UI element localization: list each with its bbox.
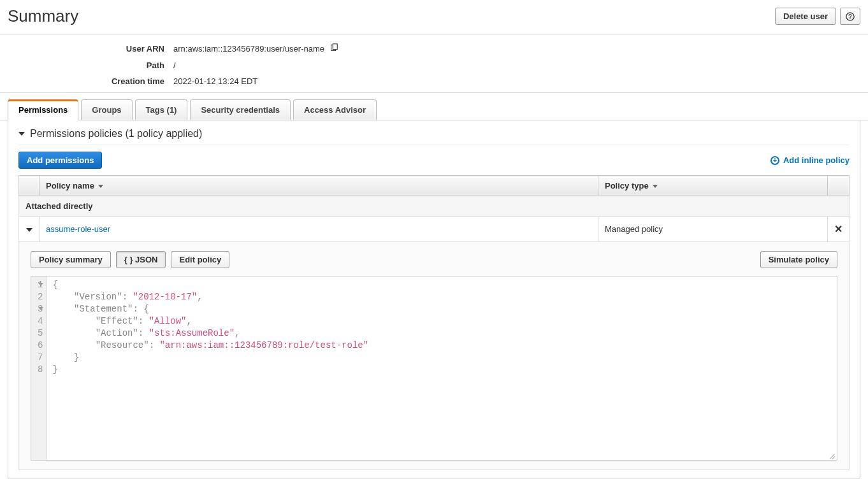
policy-view-controls: Policy summary { } JSON Edit policy Simu…	[31, 251, 837, 268]
page-title: Summary	[8, 6, 78, 26]
svg-point-1	[850, 18, 851, 19]
policy-json-editor[interactable]: 12345678 { "Version": "2012-10-17", "Sta…	[31, 276, 837, 461]
page-header: Summary Delete user	[0, 0, 868, 34]
gutter-line: 2	[38, 291, 43, 303]
policy-group-row: Attached directly	[19, 196, 850, 217]
code-line: }	[52, 352, 832, 364]
gutter-line: 7	[38, 352, 43, 364]
code-line: "Resource": "arn:aws:iam::123456789:role…	[52, 340, 832, 352]
help-icon	[846, 12, 855, 21]
detail-label: Path	[8, 61, 173, 70]
tab-tags-1[interactable]: Tags (1)	[135, 99, 188, 120]
code-line: "Statement": {	[52, 303, 832, 315]
edit-policy-button[interactable]: Edit policy	[171, 251, 229, 268]
sort-arrow-icon	[653, 185, 658, 188]
tabs: PermissionsGroupsTags (1)Security creden…	[0, 99, 868, 120]
permissions-section-header: Permissions policies (1 policy applied)	[18, 128, 850, 145]
detail-label: Creation time	[8, 76, 173, 86]
col-policy-name[interactable]: Policy name	[40, 176, 598, 196]
tab-security-credentials[interactable]: Security credentials	[190, 99, 291, 120]
detail-value: 2022-01-12 13:24 EDT	[173, 76, 257, 86]
gutter-line: 4	[38, 315, 43, 327]
simulate-policy-button[interactable]: Simulate policy	[760, 251, 837, 268]
plus-circle-icon: +	[770, 156, 779, 165]
detail-row: User ARNarn:aws:iam::123456789:user/user…	[8, 43, 860, 54]
col-remove	[828, 176, 850, 196]
fold-caret-icon[interactable]	[38, 307, 43, 310]
detail-value: /	[173, 61, 176, 70]
col-policy-type[interactable]: Policy type	[598, 176, 828, 196]
detail-value-text: arn:aws:iam::123456789:user/user-name	[173, 44, 324, 54]
resize-handle-icon[interactable]	[828, 451, 835, 459]
policy-name-link[interactable]: assume-role-user	[46, 224, 110, 234]
gutter-line: 5	[38, 327, 43, 340]
policy-type-cell: Managed policy	[598, 217, 828, 242]
fold-caret-icon[interactable]	[38, 283, 43, 286]
add-inline-policy-link[interactable]: + Add inline policy	[770, 155, 850, 165]
detail-row: Creation time2022-01-12 13:24 EDT	[8, 76, 860, 86]
copy-icon[interactable]	[329, 43, 338, 54]
code-line: "Version": "2012-10-17",	[52, 291, 832, 303]
detail-value-text: /	[173, 61, 176, 70]
editor-gutter: 12345678	[31, 276, 47, 460]
editor-code[interactable]: { "Version": "2012-10-17", "Statement": …	[47, 276, 837, 460]
tab-access-advisor[interactable]: Access Advisor	[293, 99, 377, 120]
permissions-section-title: Permissions policies (1 policy applied)	[30, 128, 202, 140]
permissions-toolbar: Add permissions + Add inline policy	[18, 152, 850, 169]
add-permissions-button[interactable]: Add permissions	[18, 152, 102, 169]
detail-row: Path/	[8, 61, 860, 70]
code-line: "Action": "sts:AssumeRole",	[52, 327, 832, 340]
tab-permissions[interactable]: Permissions	[8, 99, 78, 120]
help-button[interactable]	[840, 8, 860, 25]
user-details: User ARNarn:aws:iam::123456789:user/user…	[0, 34, 868, 93]
policies-table: Policy name Policy type Attached directl…	[18, 175, 850, 470]
delete-user-button[interactable]: Delete user	[775, 8, 836, 25]
gutter-line: 8	[38, 364, 43, 376]
col-expand	[19, 176, 40, 196]
code-line: {	[52, 279, 832, 291]
sort-arrow-icon	[98, 185, 103, 188]
tab-groups[interactable]: Groups	[81, 99, 132, 120]
detail-value: arn:aws:iam::123456789:user/user-name	[173, 43, 338, 54]
add-inline-policy-label: Add inline policy	[783, 155, 850, 165]
policy-expanded-row: Policy summary { } JSON Edit policy Simu…	[19, 242, 850, 470]
gutter-line: 6	[38, 340, 43, 352]
header-actions: Delete user	[775, 8, 860, 25]
permissions-panel: Permissions policies (1 policy applied) …	[8, 120, 860, 478]
detail-value-text: 2022-01-12 13:24 EDT	[173, 76, 257, 86]
svg-rect-3	[333, 44, 337, 50]
code-line: }	[52, 364, 832, 376]
code-line: "Effect": "Allow",	[52, 315, 832, 327]
section-collapse-caret[interactable]	[18, 132, 25, 136]
gutter-line: 1	[38, 279, 43, 291]
policy-expand-caret[interactable]	[26, 228, 33, 232]
policy-summary-button[interactable]: Policy summary	[31, 251, 111, 268]
policy-group-label: Attached directly	[19, 196, 850, 217]
policy-row: assume-role-user Managed policy ✕	[19, 217, 850, 242]
gutter-line: 3	[38, 303, 43, 315]
detach-policy-button[interactable]: ✕	[834, 224, 843, 234]
detail-label: User ARN	[8, 44, 173, 54]
policy-json-button[interactable]: { } JSON	[116, 251, 166, 268]
